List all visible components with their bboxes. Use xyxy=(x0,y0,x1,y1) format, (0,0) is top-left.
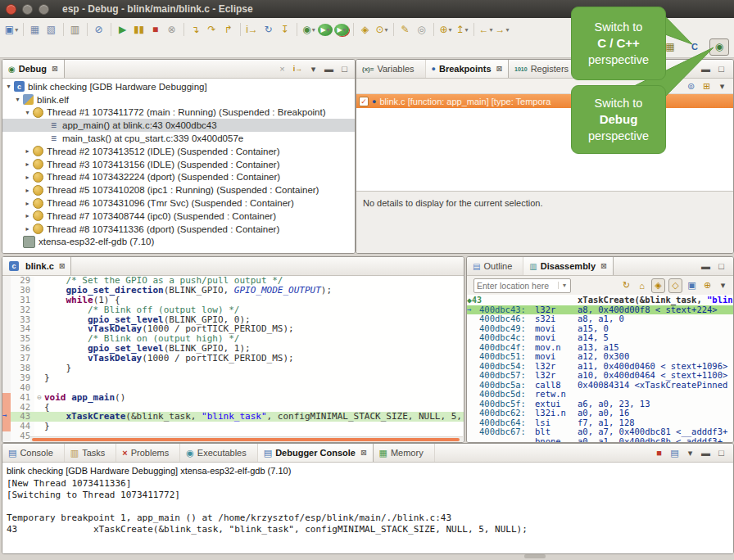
annotation-ruler[interactable] xyxy=(2,286,11,296)
minimize-icon[interactable]: ▬ xyxy=(700,446,712,459)
maximize-button[interactable] xyxy=(39,4,49,15)
annotation-ruler[interactable] xyxy=(2,334,11,344)
annotation-ruler[interactable] xyxy=(2,296,11,305)
debug-tree-item[interactable]: ▸ Thread #7 1073408744 (ipc0) (Suspended… xyxy=(2,210,355,223)
fold-marker-icon[interactable] xyxy=(34,403,44,413)
suspend-icon[interactable]: ▮▮ xyxy=(132,22,147,37)
toolbar-separator[interactable] xyxy=(393,23,394,36)
step-return-icon[interactable]: ↱ xyxy=(221,22,236,37)
console-tab[interactable]: ▤ Console xyxy=(2,444,65,462)
debug-tree-item[interactable]: main_task() at cpu_start.c:339 0x400d057… xyxy=(2,132,355,145)
toolbar-separator[interactable] xyxy=(63,23,64,36)
fold-marker-icon[interactable]: ⊖ xyxy=(34,393,44,403)
fold-marker-icon[interactable] xyxy=(34,354,44,364)
close-icon[interactable]: ⊠ xyxy=(52,65,58,73)
disassembly-location-input[interactable] xyxy=(474,281,558,291)
sash-grip[interactable] xyxy=(524,554,546,558)
terminate-icon[interactable]: ■ xyxy=(148,22,163,37)
annotation-ruler[interactable] xyxy=(2,324,11,334)
toolbar-separator[interactable] xyxy=(433,23,434,36)
pin-editor-icon[interactable]: ⊕▾ xyxy=(438,22,453,37)
annotation-ruler[interactable] xyxy=(2,393,11,403)
toolbar-separator[interactable] xyxy=(473,23,474,36)
fold-marker-icon[interactable] xyxy=(34,364,44,373)
fold-marker-icon[interactable] xyxy=(34,412,44,422)
disassembly-listing[interactable]: ◆43 xTaskCreate(&blink_task, "blink_tas … xyxy=(467,295,733,442)
view-tab[interactable]: ▥ Disassembly ⊠ xyxy=(523,257,613,275)
search-icon[interactable]: ⊙▾ xyxy=(374,22,389,37)
expand-arrow-icon[interactable]: ▸ xyxy=(23,160,32,168)
scrollbar-thumb[interactable] xyxy=(32,438,460,441)
view-menu-icon[interactable]: ▾ xyxy=(717,279,729,292)
toolbar-separator[interactable] xyxy=(240,23,241,36)
view-tab[interactable]: ▤ Outline xyxy=(467,257,523,275)
goto-annotation-icon[interactable]: ↥▾ xyxy=(455,22,469,37)
maximize-icon[interactable]: □ xyxy=(338,62,351,75)
annotation-ruler[interactable] xyxy=(2,315,11,325)
new-wizard-icon[interactable]: ▣▾ xyxy=(4,22,19,37)
maximize-icon[interactable]: □ xyxy=(715,260,727,273)
mark-occurrences-icon[interactable]: ◎ xyxy=(415,22,429,37)
annotation-ruler[interactable] xyxy=(2,354,11,364)
expand-arrow-icon[interactable]: ▸ xyxy=(23,225,32,233)
link-with-debug-icon[interactable]: ⊚ xyxy=(685,79,697,93)
breakpoint-checkbox[interactable]: ✓ xyxy=(359,97,369,106)
remove-all-terminated-icon[interactable]: × xyxy=(276,62,288,75)
link-active-context-icon[interactable]: ◈ xyxy=(651,278,665,293)
cpp-perspective-button[interactable]: C xyxy=(685,38,705,56)
code-editor[interactable]: 29 /* Set the GPIO as a push/pull output… xyxy=(2,276,464,442)
resume-icon[interactable]: ▶ xyxy=(116,22,130,37)
view-menu-icon[interactable]: ▾ xyxy=(716,79,728,93)
step-into-icon[interactable]: ↴ xyxy=(188,22,203,37)
console-output[interactable]: blink checking [GDB Hardware Debugging] … xyxy=(2,463,733,553)
minimize-icon[interactable]: ▬ xyxy=(323,62,335,75)
fold-marker-icon[interactable] xyxy=(34,422,44,431)
view-tab[interactable]: (x)= Variables xyxy=(356,60,426,78)
skip-all-breakpoints-icon[interactable]: ⊘ xyxy=(92,22,106,37)
view-tab[interactable]: ● Breakpoints ⊠ xyxy=(426,60,510,78)
minimize-icon[interactable]: ▬ xyxy=(700,260,712,273)
close-icon[interactable]: ⊠ xyxy=(496,65,503,73)
back-icon[interactable]: ←▾ xyxy=(478,22,493,37)
annotation-ruler[interactable] xyxy=(2,431,11,441)
instruction-stepping-icon[interactable]: i→ xyxy=(245,22,260,37)
run-icon[interactable]: ▶▾ xyxy=(318,24,333,36)
toolbar-separator[interactable] xyxy=(184,23,184,36)
expand-arrow-icon[interactable]: ▸ xyxy=(23,147,32,155)
format-brush-icon[interactable]: ✎ xyxy=(398,22,413,37)
close-icon[interactable]: ⊠ xyxy=(600,262,607,270)
debug-tree-item[interactable]: ▸ Thread #3 1073413156 (IDLE) (Suspended… xyxy=(2,158,355,171)
debug-tree-item[interactable]: ▸ Thread #4 1073432224 (dport) (Suspende… xyxy=(2,171,355,184)
console-dropdown-icon[interactable]: ▾ xyxy=(684,446,696,459)
annotation-ruler[interactable] xyxy=(2,364,11,373)
home-icon[interactable]: ⌂ xyxy=(636,279,648,292)
annotation-ruler[interactable] xyxy=(2,383,11,393)
instruction-step-mode-icon[interactable]: i→ xyxy=(292,62,304,75)
disconnect-icon[interactable]: ⊗ xyxy=(165,22,179,37)
fold-marker-icon[interactable] xyxy=(34,334,44,344)
debug-tree-item[interactable]: ▾ blink.elf xyxy=(2,93,355,106)
annotation-ruler[interactable] xyxy=(2,344,11,354)
restart-icon[interactable]: ↻ xyxy=(261,22,276,37)
display-selected-console-icon[interactable]: ▤ xyxy=(668,446,681,459)
debug-tree-item[interactable]: app_main() at blink.c:43 0x400dbc43 xyxy=(2,119,355,132)
fold-marker-icon[interactable] xyxy=(34,286,44,296)
show-source-icon[interactable]: ◇ xyxy=(668,278,682,293)
toolbar-separator[interactable] xyxy=(353,23,354,36)
breakpoint-row[interactable]: ✓ ● blink.c [function: app_main] [type: … xyxy=(356,94,733,108)
view-tab[interactable]: 1010 Registers xyxy=(509,60,580,78)
expand-arrow-icon[interactable]: ▾ xyxy=(13,96,22,103)
console-tab[interactable]: ▤ Debugger Console ⊠ xyxy=(258,444,374,462)
save-icon[interactable]: ▦ xyxy=(28,22,43,37)
annotation-ruler[interactable] xyxy=(2,422,11,431)
console-tab[interactable]: ▦ Memory xyxy=(374,444,435,462)
expand-arrow-icon[interactable]: ▸ xyxy=(23,200,32,207)
expand-arrow-icon[interactable]: ▸ xyxy=(23,212,32,219)
console-tab[interactable]: ▥ Tasks xyxy=(65,444,117,462)
console-tab[interactable]: × Problems xyxy=(116,444,180,462)
minimize-button[interactable] xyxy=(22,4,33,15)
drop-to-frame-icon[interactable]: ↧ xyxy=(278,22,292,37)
breakpoint-settings-icon[interactable]: ⊞ xyxy=(700,79,713,93)
debug-tree-item[interactable]: ▸ Thread #2 1073413512 (IDLE) (Suspended… xyxy=(2,145,355,158)
refresh-icon[interactable]: ↻ xyxy=(620,279,632,292)
